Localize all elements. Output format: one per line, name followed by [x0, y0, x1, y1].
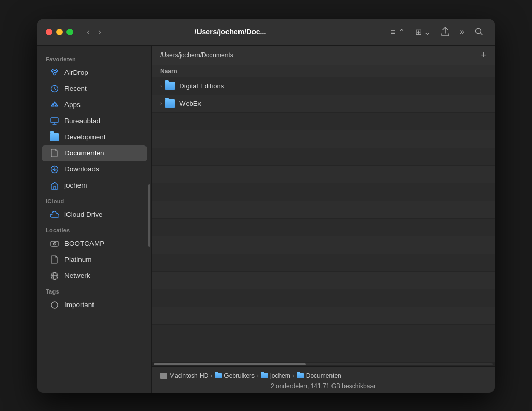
scrollbar[interactable]	[152, 362, 495, 366]
sidebar: Favorieten AirDrop	[37, 46, 152, 393]
maximize-button[interactable]	[66, 29, 73, 35]
name-column-header: Naam	[160, 68, 177, 75]
breadcrumb: Macintosh HD › Gebruikers › jochem ›	[160, 370, 486, 381]
breadcrumb-item-documenten[interactable]: Documenten	[297, 372, 341, 379]
sidebar-item-label: Development	[64, 133, 106, 141]
folder-icon	[165, 99, 175, 108]
folder-icon	[165, 82, 175, 90]
scrollbar-thumb[interactable]	[154, 363, 306, 365]
breadcrumb-separator: ›	[210, 372, 212, 379]
clock-icon	[50, 84, 59, 94]
breadcrumb-item-jochem[interactable]: jochem	[261, 372, 290, 379]
sidebar-item-development[interactable]: Development	[42, 129, 147, 145]
empty-row	[152, 166, 495, 183]
sidebar-item-label: jochem	[64, 181, 87, 189]
svg-rect-3	[51, 118, 58, 123]
svg-point-1	[54, 72, 56, 75]
svg-point-10	[51, 302, 58, 308]
path-label: /Users/jochem/Doc...	[79, 28, 381, 36]
tags-label: Tags	[37, 284, 151, 297]
sidebar-item-label: Recent	[64, 85, 87, 92]
sidebar-item-jochem[interactable]: jochem	[42, 178, 147, 193]
empty-row	[152, 219, 495, 236]
main-content: Favorieten AirDrop	[37, 46, 495, 393]
file-name: Digital Editions	[179, 82, 224, 90]
empty-row	[152, 130, 495, 148]
sidebar-item-recent[interactable]: Recent	[42, 81, 147, 97]
platinum-icon	[50, 255, 59, 264]
empty-row	[152, 201, 495, 219]
sidebar-item-label: Netwerk	[64, 272, 90, 280]
sidebar-item-netwerk[interactable]: Netwerk	[42, 268, 147, 284]
sidebar-item-label: Important	[64, 301, 94, 309]
breadcrumb-item-hd[interactable]: Macintosh HD	[160, 372, 208, 379]
favorites-label: Favorieten	[37, 52, 151, 64]
breadcrumb-separator: ›	[292, 372, 295, 379]
folder-icon	[297, 373, 304, 378]
titlebar-controls: ≡ ⌃ ⊞ ⌄ »	[388, 25, 486, 39]
breadcrumb-label: Macintosh HD	[169, 372, 208, 379]
folder-icon	[261, 373, 268, 378]
column-header: Naam	[152, 65, 495, 77]
svg-point-7	[54, 243, 55, 244]
folder-icon	[215, 373, 222, 378]
document-icon	[50, 149, 59, 158]
chevron-icon: ›	[160, 83, 162, 89]
empty-row	[152, 272, 495, 289]
sidebar-item-apps[interactable]: Apps	[42, 97, 147, 113]
sidebar-item-label: Downloads	[64, 165, 99, 173]
table-row[interactable]: › Digital Editions	[152, 77, 495, 95]
status-bar: 2 onderdelen, 141,71 GB beschikbaar	[160, 381, 486, 390]
breadcrumb-item-gebruikers[interactable]: Gebruikers	[215, 372, 255, 379]
sidebar-item-label: BOOTCAMP	[64, 240, 104, 247]
tag-icon	[50, 300, 59, 310]
breadcrumb-label: jochem	[270, 372, 290, 379]
hd-icon	[160, 373, 167, 379]
cloud-icon	[50, 210, 59, 219]
apps-icon	[50, 100, 59, 110]
sidebar-item-bureaublad[interactable]: Bureaublad	[42, 113, 147, 129]
sidebar-item-label: Documenten	[64, 149, 104, 157]
bottom-bar: Macintosh HD › Gebruikers › jochem ›	[152, 366, 495, 393]
empty-row	[152, 113, 495, 130]
empty-row	[152, 307, 495, 325]
search-button[interactable]	[472, 25, 486, 38]
empty-row	[152, 183, 495, 201]
sidebar-item-label: Bureaublad	[64, 117, 100, 125]
share-button[interactable]	[438, 25, 453, 38]
file-pane: /Users/jochem/Documents + Naam › Digital…	[152, 46, 495, 393]
titlebar: ‹ › /Users/jochem/Doc... ≡ ⌃ ⊞ ⌄ »	[37, 19, 495, 46]
desktop-icon	[50, 116, 59, 126]
sidebar-item-icloud-drive[interactable]: iCloud Drive	[42, 207, 147, 222]
minimize-button[interactable]	[56, 29, 63, 35]
sidebar-item-important[interactable]: Important	[42, 297, 147, 313]
file-list: › Digital Editions › WebEx	[152, 77, 495, 362]
file-name: WebEx	[179, 100, 201, 108]
more-actions-button[interactable]: »	[457, 25, 468, 38]
disk-icon	[50, 239, 59, 248]
empty-row	[152, 289, 495, 307]
grid-view-button[interactable]: ⊞ ⌄	[412, 25, 434, 39]
scroll-indicator	[148, 184, 150, 247]
list-view-button[interactable]: ≡ ⌃	[388, 25, 408, 39]
sidebar-item-bootcamp[interactable]: BOOTCAMP	[42, 236, 147, 251]
folder-icon	[50, 132, 59, 142]
network-icon	[50, 271, 59, 281]
sidebar-item-downloads[interactable]: Downloads	[42, 162, 147, 177]
table-row[interactable]: › WebEx	[152, 95, 495, 113]
add-button[interactable]: +	[481, 50, 486, 61]
sidebar-item-label: AirDrop	[64, 69, 88, 76]
close-button[interactable]	[46, 29, 52, 35]
empty-row	[152, 148, 495, 166]
sidebar-item-platinum[interactable]: Platinum	[42, 252, 147, 268]
breadcrumb-separator: ›	[257, 372, 259, 379]
empty-row	[152, 254, 495, 272]
breadcrumb-label: Documenten	[306, 372, 341, 379]
breadcrumb-label: Gebruikers	[224, 372, 255, 379]
path-bar: /Users/jochem/Documents +	[152, 46, 495, 65]
sidebar-item-airdrop[interactable]: AirDrop	[42, 65, 147, 81]
sidebar-item-label: Apps	[64, 101, 81, 109]
sidebar-item-documenten[interactable]: Documenten	[42, 145, 147, 161]
home-icon	[50, 181, 59, 190]
sidebar-item-label: Platinum	[64, 256, 92, 263]
